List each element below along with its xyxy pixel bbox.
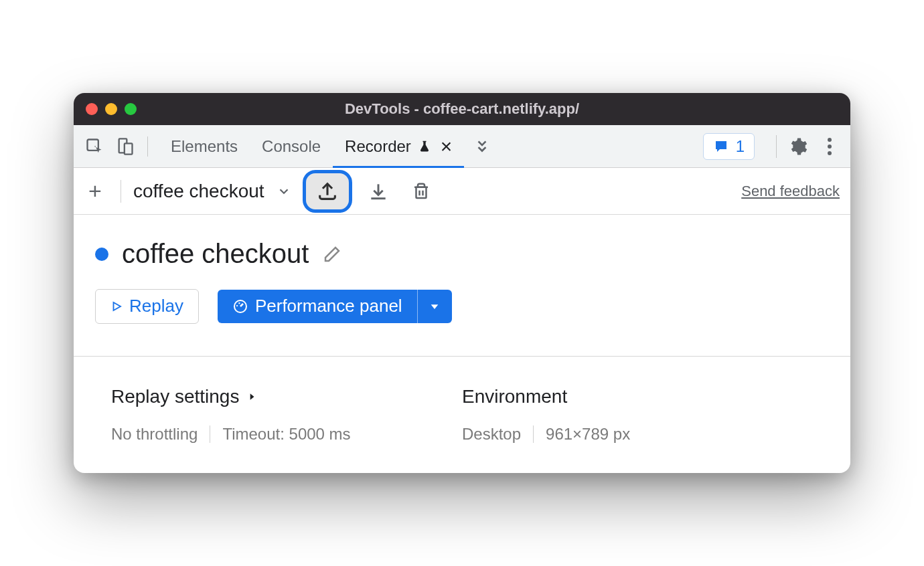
replay-settings-section: Replay settings No throttling Timeout: 5… [111, 386, 462, 444]
message-icon [713, 138, 729, 155]
titlebar: DevTools - coffee-cart.netlify.app/ [74, 93, 850, 125]
svg-rect-2 [125, 143, 133, 154]
gauge-icon [232, 298, 248, 314]
throttling-value: No throttling [111, 425, 198, 444]
device-value: Desktop [462, 425, 521, 444]
devtools-window: DevTools - coffee-cart.netlify.app/ Elem… [74, 93, 850, 473]
recording-title-row: coffee checkout [95, 239, 829, 269]
window-minimize-button[interactable] [105, 103, 117, 115]
tab-label: Elements [171, 137, 238, 156]
window-close-button[interactable] [86, 103, 98, 115]
caret-down-icon [429, 301, 440, 312]
svg-point-4 [828, 145, 832, 149]
environment-values: Desktop 961×789 px [462, 425, 813, 444]
edit-title-button[interactable] [322, 244, 342, 264]
send-feedback-link[interactable]: Send feedback [741, 183, 840, 200]
environment-label: Environment [462, 386, 567, 407]
pencil-icon [322, 244, 342, 264]
divider [533, 426, 534, 443]
experiment-flask-icon [418, 140, 431, 153]
delete-recording-button[interactable] [406, 177, 436, 206]
tab-elements[interactable]: Elements [159, 125, 250, 167]
tab-recorder[interactable]: Recorder × [333, 125, 464, 167]
issues-count: 1 [736, 137, 745, 156]
trash-icon [411, 181, 431, 201]
recording-status-dot [95, 248, 108, 261]
window-title: DevTools - coffee-cart.netlify.app/ [74, 100, 850, 118]
performance-panel-button[interactable]: Performance panel [218, 290, 417, 323]
play-icon [110, 300, 123, 312]
import-recording-button[interactable] [364, 177, 393, 206]
replay-settings-label: Replay settings [111, 386, 239, 407]
new-recording-button[interactable]: + [82, 178, 108, 204]
more-tabs-icon[interactable] [471, 135, 493, 158]
timeout-value: Timeout: 5000 ms [222, 425, 350, 444]
divider [776, 135, 777, 158]
replay-button[interactable]: Replay [95, 289, 199, 324]
viewport-value: 961×789 px [546, 425, 630, 444]
device-toolbar-icon[interactable] [114, 135, 137, 158]
recording-title: coffee checkout [122, 239, 309, 269]
recording-select[interactable]: coffee checkout [133, 181, 291, 202]
action-button-row: Replay Performance panel [95, 289, 829, 324]
recording-select-value: coffee checkout [133, 181, 264, 202]
info-panel: Replay settings No throttling Timeout: 5… [74, 356, 850, 473]
export-recording-button[interactable] [306, 173, 349, 209]
performance-label: Performance panel [255, 296, 402, 316]
close-tab-button[interactable]: × [441, 136, 453, 157]
chevron-down-icon [277, 184, 291, 199]
environment-section: Environment Desktop 961×789 px [462, 386, 813, 444]
devtools-tabbar: Elements Console Recorder × 1 [74, 125, 850, 168]
recorder-main: coffee checkout Replay Performance panel [74, 215, 850, 324]
kebab-menu-button[interactable] [818, 136, 841, 157]
tab-console[interactable]: Console [250, 125, 333, 167]
divider [210, 426, 210, 443]
traffic-lights [86, 103, 137, 115]
expand-right-icon [247, 392, 256, 401]
tab-label: Console [262, 137, 321, 156]
window-zoom-button[interactable] [125, 103, 137, 115]
upload-icon [316, 180, 339, 203]
divider [121, 180, 121, 203]
divider [147, 136, 148, 157]
environment-heading: Environment [462, 386, 813, 407]
settings-button[interactable] [786, 136, 809, 157]
svg-point-3 [828, 138, 832, 142]
replay-settings-heading[interactable]: Replay settings [111, 386, 462, 407]
issues-badge[interactable]: 1 [703, 133, 755, 160]
inspect-element-icon[interactable] [83, 135, 106, 158]
replay-label: Replay [129, 296, 183, 316]
performance-panel-button-group: Performance panel [218, 290, 452, 323]
svg-point-5 [828, 151, 832, 155]
performance-dropdown-button[interactable] [417, 290, 452, 323]
tab-label: Recorder [345, 137, 411, 156]
svg-rect-6 [416, 187, 426, 197]
recorder-toolbar: + coffee checkout Send feedback [74, 168, 850, 215]
download-icon [368, 181, 389, 202]
replay-settings-values: No throttling Timeout: 5000 ms [111, 425, 462, 444]
